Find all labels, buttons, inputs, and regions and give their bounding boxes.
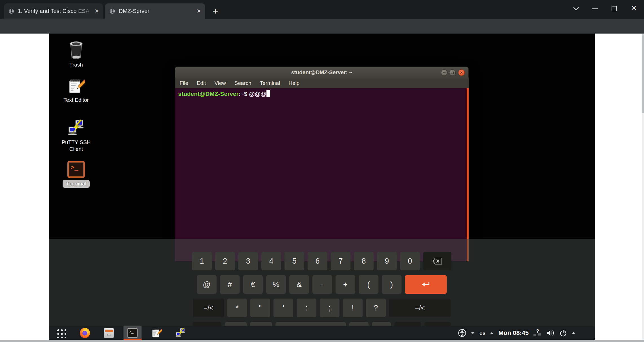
trash-icon (69, 41, 84, 59)
key-9[interactable]: 9 (377, 252, 397, 270)
text-editor-icon (67, 77, 85, 95)
keyboard-row-2: @ # € % & - + ( ) (197, 275, 447, 294)
taskbar-apps: >_ (49, 326, 192, 340)
remote-desktop-viewport: Trash Text Editor PuTTY SSH Client >_ Te… (49, 34, 595, 340)
key-minus[interactable]: - (312, 275, 332, 294)
desktop-taskbar: >_ es Mon 08:45 ? (49, 326, 595, 340)
icon-label: Trash (69, 61, 83, 68)
key-quote[interactable]: ' (274, 299, 293, 317)
on-screen-keyboard: 1 2 3 4 5 6 7 8 9 0 @ # € % & (49, 239, 595, 340)
page-scrollbar-thumb[interactable] (642, 34, 644, 113)
input-method-icon[interactable]: ? (533, 329, 541, 337)
key-3[interactable]: 3 (238, 252, 258, 270)
key-0[interactable]: 0 (400, 252, 420, 270)
terminal-titlebar[interactable]: student@DMZ-Server: ~ × (175, 67, 469, 78)
app-grid-button[interactable] (49, 326, 73, 340)
terminal-minimize-button[interactable] (441, 69, 447, 76)
terminal-close-button[interactable]: × (458, 69, 465, 76)
text-editor-icon (151, 328, 162, 338)
key-asterisk[interactable]: * (227, 299, 247, 317)
key-6[interactable]: 6 (308, 252, 327, 270)
desktop-icon-putty[interactable]: PuTTY SSH Client (57, 119, 96, 153)
tab-dmz-server[interactable]: DMZ-Server × (105, 3, 205, 19)
browser-toolbar: glaslab.com/labs/SESA3.1-DEV/1/DMZ-Serve… (0, 19, 644, 34)
backspace-key[interactable] (423, 252, 451, 270)
key-7[interactable]: 7 (331, 252, 350, 270)
taskbar-text-editor[interactable] (144, 326, 168, 340)
putty-icon (67, 119, 85, 137)
key-at[interactable]: @ (197, 275, 217, 294)
menu-view[interactable]: View (214, 80, 226, 86)
globe-favicon (8, 8, 14, 14)
volume-icon[interactable] (546, 329, 555, 337)
accessibility-caret-icon (471, 332, 475, 334)
icon-label: Text Editor (63, 97, 89, 103)
key-exclamation[interactable]: ! (343, 299, 363, 317)
window-minimize-button[interactable] (592, 8, 598, 9)
putty-icon (175, 328, 186, 338)
taskbar-files[interactable] (97, 326, 121, 340)
key-paren-close[interactable]: ) (382, 275, 402, 294)
file-cabinet-icon (104, 328, 114, 338)
tab-close-icon[interactable]: × (95, 8, 99, 14)
clock[interactable]: Mon 08:45 (498, 329, 529, 337)
accessibility-icon[interactable] (458, 329, 466, 337)
terminal-title: student@DMZ-Server: ~ (291, 69, 352, 76)
key-semicolon[interactable]: ; (320, 299, 339, 317)
tab-title: 1. Verify and Test Cisco ESA Confi (18, 8, 91, 14)
new-tab-button[interactable]: + (210, 6, 220, 16)
icon-label: Terminal (63, 180, 90, 188)
enter-key[interactable] (405, 275, 447, 294)
tab-title: DMZ-Server (119, 8, 193, 14)
menu-help[interactable]: Help (288, 80, 299, 86)
taskbar-putty[interactable] (168, 326, 192, 340)
symbols-shift-key-left[interactable]: =/< (193, 299, 224, 317)
globe-favicon (109, 8, 115, 14)
key-hash[interactable]: # (220, 275, 240, 294)
bottom-edge-strip (0, 340, 644, 342)
menu-search[interactable]: Search (234, 80, 251, 86)
desktop-icon-text-editor[interactable]: Text Editor (57, 77, 96, 103)
terminal-scrollbar[interactable] (467, 88, 469, 261)
key-percent[interactable]: % (266, 275, 286, 294)
window-chevron-icon[interactable] (573, 5, 579, 10)
key-8[interactable]: 8 (354, 252, 374, 270)
key-plus[interactable]: + (336, 275, 355, 294)
desktop-icon-trash[interactable]: Trash (57, 41, 96, 68)
system-menu-caret-icon[interactable] (572, 332, 575, 334)
menu-file[interactable]: File (180, 80, 188, 86)
window-maximize-button[interactable] (612, 6, 617, 11)
keyboard-row-1: 1 2 3 4 5 6 7 8 9 0 (192, 252, 451, 270)
key-4[interactable]: 4 (261, 252, 281, 270)
taskbar-terminal-active[interactable]: >_ (123, 326, 142, 340)
key-question[interactable]: ? (366, 299, 386, 317)
taskbar-firefox[interactable] (73, 326, 97, 340)
key-ampersand[interactable]: & (289, 275, 309, 294)
key-euro[interactable]: € (243, 275, 263, 294)
symbols-shift-key-right[interactable]: =/< (389, 299, 451, 317)
terminal-maximize-button[interactable] (449, 69, 456, 76)
key-doublequote[interactable]: " (250, 299, 270, 317)
key-5[interactable]: 5 (284, 252, 304, 270)
keyboard-layout-indicator[interactable]: es (479, 330, 485, 336)
typed-command: @@@ (249, 91, 266, 97)
tab-verify-cisco-esa[interactable]: 1. Verify and Test Cisco ESA Confi × (4, 3, 103, 19)
menu-edit[interactable]: Edit (197, 80, 206, 86)
key-1[interactable]: 1 (192, 252, 212, 270)
power-icon[interactable] (559, 329, 567, 337)
tab-close-icon[interactable]: × (197, 8, 201, 14)
terminal-mini-icon: >_ (127, 328, 138, 338)
browser-tab-strip: 1. Verify and Test Cisco ESA Confi × DMZ… (0, 0, 644, 19)
layout-caret-icon (490, 332, 493, 334)
terminal-screen[interactable]: student@DMZ-Server:~$ @@@ (175, 88, 469, 261)
key-2[interactable]: 2 (215, 252, 235, 270)
window-close-button[interactable]: × (631, 2, 637, 13)
page-scrollbar[interactable] (642, 34, 644, 340)
desktop-icon-terminal[interactable]: >_ Terminal (57, 161, 96, 188)
menu-terminal[interactable]: Terminal (260, 80, 280, 86)
key-colon[interactable]: : (297, 299, 316, 317)
key-paren-open[interactable]: ( (359, 275, 378, 294)
page-content: Trash Text Editor PuTTY SSH Client >_ Te… (0, 34, 644, 342)
terminal-prompt: student@DMZ-Server:~$ @@@ (178, 90, 270, 97)
terminal-cursor (266, 90, 270, 97)
